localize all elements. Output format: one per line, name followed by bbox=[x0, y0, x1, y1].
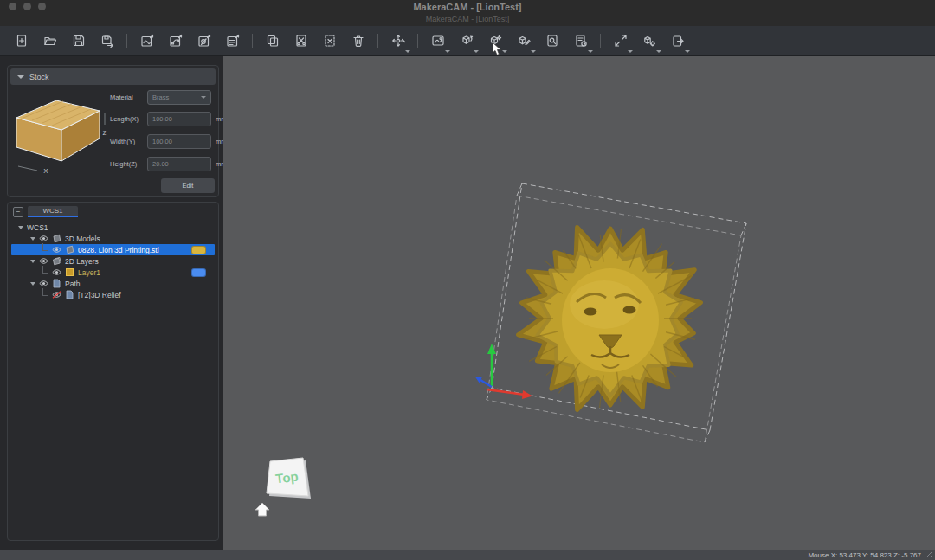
machine-config-button[interactable] bbox=[635, 28, 663, 54]
length-input[interactable] bbox=[147, 112, 211, 126]
save-as-button[interactable] bbox=[93, 28, 121, 54]
visibility-icon[interactable] bbox=[39, 235, 48, 242]
tree-branch-line bbox=[42, 266, 48, 274]
open-file-icon bbox=[43, 34, 57, 48]
home-view-arrow[interactable] bbox=[255, 503, 269, 516]
tree-branch-line bbox=[42, 288, 48, 296]
x-dimension-line bbox=[18, 166, 37, 171]
viewport[interactable]: Top bbox=[223, 56, 935, 550]
visibility-off-icon[interactable] bbox=[52, 291, 61, 299]
tab-wcs1[interactable]: WCS1 bbox=[28, 206, 78, 217]
visibility-icon[interactable] bbox=[52, 246, 61, 254]
import-model-icon bbox=[197, 34, 211, 48]
import-vector-button[interactable] bbox=[161, 28, 190, 54]
lion-face-highlight bbox=[570, 280, 639, 329]
tree-item-lion-model[interactable]: 0828. Lion 3d Printing.stl bbox=[11, 244, 215, 255]
stock-panel-title: Stock bbox=[29, 73, 49, 81]
x-axis-arrowhead bbox=[522, 390, 532, 399]
tree-item-wcs1[interactable]: WCS1 bbox=[11, 222, 215, 233]
import-curve-icon bbox=[140, 34, 154, 48]
chevron-down-icon[interactable] bbox=[30, 260, 35, 263]
z-axis-arrow bbox=[480, 380, 492, 387]
tree-item-label: [T2]3D Relief bbox=[78, 291, 206, 299]
tree-item-label: Path bbox=[65, 280, 206, 288]
resize-grip[interactable] bbox=[925, 550, 933, 558]
chevron-down-icon bbox=[502, 50, 507, 53]
cut-icon bbox=[294, 34, 308, 48]
toolpath-doc-icon bbox=[52, 279, 61, 288]
stock-panel-header[interactable]: Stock bbox=[10, 68, 216, 85]
color-swatch[interactable] bbox=[191, 246, 206, 254]
chevron-down-icon bbox=[445, 50, 450, 53]
transform-icon bbox=[391, 34, 405, 48]
window-title: MakeraCAM - [LionTest] bbox=[0, 2, 935, 12]
chevron-down-icon bbox=[588, 50, 593, 53]
fit-view-button[interactable] bbox=[606, 28, 635, 54]
x-axis-arrow bbox=[487, 389, 525, 395]
import-model-button[interactable] bbox=[190, 28, 218, 54]
axis-x-label: X bbox=[43, 167, 48, 175]
viewport-canvas[interactable]: Top bbox=[223, 56, 935, 550]
visibility-icon[interactable] bbox=[52, 268, 61, 276]
chevron-down-icon bbox=[628, 50, 633, 53]
preview-toolpath-icon bbox=[545, 34, 559, 48]
tree-item-label: 3D Models bbox=[65, 235, 206, 243]
height-label: Height(Z) bbox=[110, 160, 143, 168]
toolbar-separator bbox=[252, 34, 253, 48]
tree-item-layer1[interactable]: Layer1 bbox=[11, 267, 215, 278]
paste-button[interactable] bbox=[315, 28, 344, 54]
save-as-icon bbox=[100, 34, 114, 48]
model-icon bbox=[65, 245, 74, 254]
width-label: Width(Y) bbox=[110, 138, 143, 145]
chevron-down-icon bbox=[685, 50, 690, 53]
simulate-toolpath-icon bbox=[574, 34, 588, 48]
trace-image-icon bbox=[431, 34, 445, 48]
material-value: Brass bbox=[152, 93, 169, 101]
machine-config-icon bbox=[642, 34, 656, 48]
new-file-button[interactable] bbox=[7, 28, 35, 54]
collapse-tree-button[interactable]: − bbox=[13, 207, 23, 217]
chevron-down-icon bbox=[474, 50, 479, 53]
export-gcode-button[interactable] bbox=[663, 28, 692, 54]
chevron-down-icon[interactable] bbox=[18, 226, 23, 229]
lion-eye-right bbox=[623, 306, 636, 314]
height-input[interactable] bbox=[147, 157, 211, 171]
copy-button[interactable] bbox=[258, 28, 287, 54]
edit-stock-button[interactable]: Edit bbox=[161, 178, 215, 193]
y-axis-arrowhead bbox=[487, 344, 496, 354]
simulate-toolpath-button[interactable] bbox=[566, 28, 595, 54]
width-input[interactable] bbox=[147, 134, 211, 149]
visibility-icon[interactable] bbox=[39, 280, 48, 287]
paste-icon bbox=[323, 34, 337, 48]
tree-item-3d-relief[interactable]: [T2]3D Relief bbox=[11, 289, 215, 300]
wcs-tab-bar: − WCS1 bbox=[8, 203, 218, 218]
chevron-down-icon[interactable] bbox=[30, 282, 35, 286]
visibility-icon[interactable] bbox=[39, 257, 48, 265]
title-bar: MakeraCAM - [LionTest] MakeraCAM - [Lion… bbox=[0, 0, 935, 26]
import-curve-button[interactable] bbox=[132, 28, 161, 54]
transform-button[interactable] bbox=[384, 28, 412, 54]
chevron-down-icon[interactable] bbox=[30, 237, 35, 241]
toolbar-separator bbox=[417, 34, 418, 48]
axis-z-label: Z bbox=[103, 129, 107, 137]
cut-button[interactable] bbox=[287, 28, 315, 54]
layers-icon bbox=[52, 256, 61, 266]
preview-toolpath-button[interactable] bbox=[538, 28, 566, 54]
import-gcode-button[interactable] bbox=[218, 28, 247, 54]
toolbar bbox=[0, 26, 935, 56]
save-file-button[interactable] bbox=[64, 28, 93, 54]
view-cube[interactable]: Top bbox=[267, 458, 311, 499]
delete-button[interactable] bbox=[344, 28, 372, 54]
axis-gizmo bbox=[475, 344, 532, 399]
lion-relief-model[interactable] bbox=[519, 228, 701, 410]
open-file-button[interactable] bbox=[35, 28, 64, 54]
rotate-model-button[interactable] bbox=[452, 28, 480, 54]
color-swatch[interactable] bbox=[191, 268, 206, 277]
material-label: Material bbox=[110, 93, 143, 101]
stock-preview-image: Z X bbox=[13, 93, 110, 175]
edit-model-icon bbox=[517, 34, 531, 48]
chevron-down-icon bbox=[17, 75, 24, 79]
trace-image-button[interactable] bbox=[423, 28, 452, 54]
edit-model-button[interactable] bbox=[509, 28, 538, 54]
material-select[interactable]: Brass bbox=[147, 90, 211, 105]
